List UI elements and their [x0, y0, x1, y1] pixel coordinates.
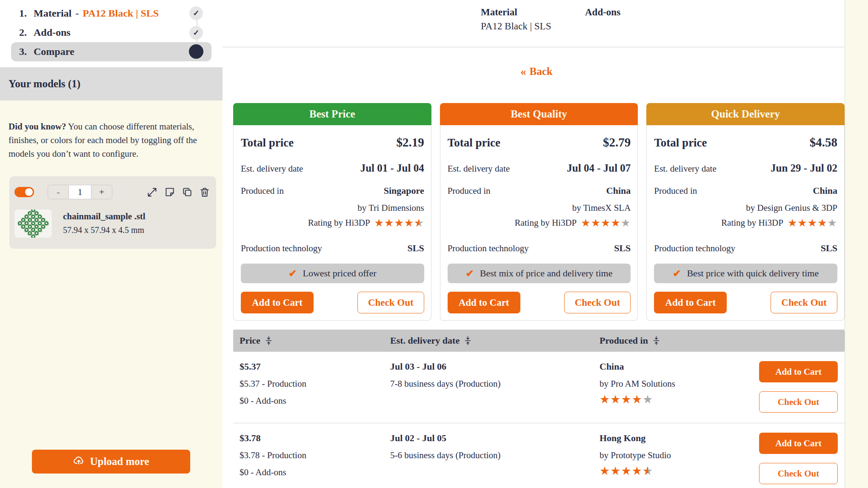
step-number: 3. — [19, 46, 34, 57]
price-addons-breakdown: $0 - Add-ons — [240, 396, 390, 406]
back-button[interactable]: « Back — [520, 66, 553, 78]
produced-in-label: Produced in — [654, 186, 697, 196]
model-dimensions: 57.94 x 57.94 x 4.5 mm — [63, 225, 146, 235]
step-material-value: PA12 Black | SLS — [83, 8, 159, 19]
check-out-button[interactable]: Check Out — [759, 391, 838, 413]
check-out-button[interactable]: Check Out — [771, 292, 837, 313]
add-to-cart-button[interactable]: Add to Cart — [241, 292, 314, 313]
material-column-value: PA12 Black | SLS — [481, 21, 551, 32]
best-price-banner: Best Price — [233, 103, 431, 125]
step-compare[interactable]: 3. Compare — [11, 42, 211, 61]
delivery-date-label: Est. delivery date — [448, 164, 510, 174]
production-technology-value: SLS — [614, 243, 631, 254]
production-technology-label: Production technology — [654, 243, 735, 254]
star-rating: ★★★★★ — [600, 393, 653, 406]
delete-icon[interactable] — [199, 187, 210, 198]
star-rating: ★★★★★★ — [600, 464, 653, 478]
step-separator: - — [71, 8, 83, 19]
your-models-header: Your models (1) — [0, 67, 223, 100]
checkout-steps: 1. Material - PA12 Black | SLS 2. Add-on… — [0, 0, 223, 67]
quantity-input[interactable] — [69, 185, 91, 199]
offer-price: $5.37 — [240, 361, 390, 372]
production-technology-value: SLS — [821, 243, 837, 254]
offer-highlight-badge: ✔ Best mix of price and delivery time — [448, 264, 631, 283]
add-to-cart-button[interactable]: Add to Cart — [759, 361, 838, 382]
provider-name: by Prototype Studio — [600, 450, 759, 461]
table-row: $3.78 $3.78 - Production $0 - Add-ons Ju… — [233, 423, 845, 488]
quick-delivery-banner: Quick Delivery — [646, 103, 845, 125]
star-rating: ★★★★★ — [581, 217, 631, 229]
badge-check-icon: ✔ — [673, 268, 681, 279]
step-label: Material — [34, 8, 71, 19]
sort-icon[interactable] — [653, 336, 660, 345]
rating-label: Rating by Hi3DP — [308, 218, 370, 228]
badge-text: Best mix of price and delivery time — [480, 268, 613, 279]
add-to-cart-button[interactable]: Add to Cart — [654, 292, 727, 313]
did-you-know-tip: Did you know? You can choose different m… — [0, 109, 223, 167]
price-production-breakdown: $3.78 - Production — [240, 450, 390, 461]
produced-in-value: China — [606, 185, 631, 196]
configuration-summary: Material PA12 Black | SLS Add-ons — [223, 0, 845, 47]
total-price-value: $4.58 — [810, 135, 837, 149]
quantity-increase-button[interactable]: + — [91, 185, 112, 199]
star-rating: ★★★★★★ — [374, 217, 424, 229]
produced-country: Hong Kong — [600, 433, 759, 444]
total-price-value: $2.79 — [603, 135, 631, 149]
delivery-date-label: Est. delivery date — [241, 164, 303, 174]
delivery-duration: 5-6 business days (Production) — [390, 450, 600, 461]
produced-in-label: Produced in — [241, 186, 284, 196]
provider-name: by Tri Dimensions — [241, 203, 424, 213]
column-header-price: Price — [240, 335, 390, 346]
delivery-dates: Jul 03 - Jul 06 — [390, 361, 600, 372]
rating-label: Rating by Hi3DP — [721, 218, 783, 228]
expand-model-icon[interactable] — [146, 187, 158, 198]
step-complete-check-icon: ✓ — [189, 6, 203, 20]
quantity-stepper: - + — [48, 185, 112, 199]
delivery-column-label: Est. delivery date — [390, 335, 460, 346]
chainmail-preview — [16, 210, 50, 238]
table-header-row: Price Est. delivery date Produced in — [233, 330, 845, 352]
produced-in-label: Produced in — [448, 186, 491, 196]
sort-icon[interactable] — [464, 336, 471, 345]
column-header-produced: Produced in — [600, 335, 759, 346]
production-technology-value: SLS — [408, 243, 424, 254]
step-active-dot-icon — [189, 44, 203, 59]
add-to-cart-button[interactable]: Add to Cart — [448, 292, 520, 313]
model-thumbnail[interactable] — [14, 210, 52, 238]
total-price-label: Total price — [654, 136, 707, 149]
step-label: Add-ons — [34, 27, 71, 38]
quantity-decrease-button[interactable]: - — [48, 185, 69, 199]
provider-name: by Pro AM Solutions — [600, 379, 759, 389]
production-technology-label: Production technology — [241, 243, 322, 254]
column-header-delivery: Est. delivery date — [390, 335, 600, 346]
produced-in-value: China — [813, 185, 837, 196]
upload-more-label: Upload more — [90, 456, 149, 468]
delivery-dates: Jul 02 - Jul 05 — [390, 433, 600, 444]
offer-card-quick-delivery: Quick Delivery Total price $4.58 Est. de… — [646, 103, 845, 321]
table-row: $5.37 $5.37 - Production $0 - Add-ons Ju… — [233, 352, 845, 423]
badge-check-icon: ✔ — [288, 268, 297, 279]
sort-icon[interactable] — [265, 336, 272, 345]
check-out-button[interactable]: Check Out — [759, 463, 838, 484]
provider-name: by TimesX SLA — [448, 203, 631, 213]
add-to-cart-button[interactable]: Add to Cart — [759, 433, 838, 454]
badge-check-icon: ✔ — [466, 268, 474, 279]
delivery-date-value: Jun 29 - Jul 02 — [771, 162, 837, 174]
check-out-button[interactable]: Check Out — [357, 292, 424, 313]
main-content: Material PA12 Black | SLS Add-ons « Back… — [223, 0, 845, 488]
toggle-knob — [25, 188, 33, 196]
total-price-label: Total price — [448, 136, 500, 149]
produced-column-label: Produced in — [600, 335, 648, 346]
duplicate-icon[interactable] — [182, 187, 193, 198]
model-toggle[interactable] — [14, 187, 34, 197]
sidebar: 1. Material - PA12 Black | SLS 2. Add-on… — [0, 0, 223, 488]
cloud-upload-icon — [73, 454, 85, 469]
provider-name: by Design Genius & 3DP — [654, 203, 837, 213]
produced-in-value: Singapore — [384, 185, 424, 196]
upload-more-button[interactable]: Upload more — [32, 450, 190, 474]
total-price-label: Total price — [241, 136, 294, 149]
check-out-button[interactable]: Check Out — [564, 292, 631, 313]
your-models-title: Your models (1) — [9, 78, 80, 90]
note-icon[interactable] — [164, 187, 175, 198]
step-number: 2. — [19, 27, 34, 38]
